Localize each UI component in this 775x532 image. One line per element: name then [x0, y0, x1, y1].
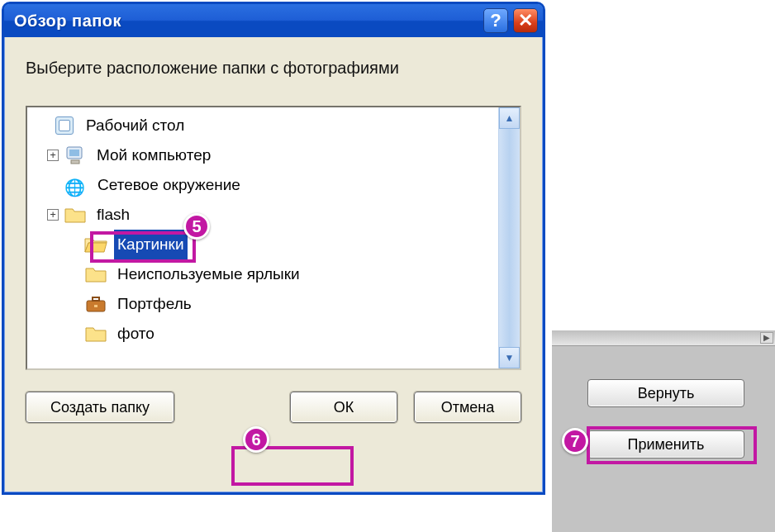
tree-item-network[interactable]: Сетевое окружение	[34, 170, 498, 200]
tree-item-label: Неиспользуемые ярлыки	[114, 259, 303, 289]
titlebar-buttons: ? ✕	[483, 8, 538, 33]
titlebar[interactable]: Обзор папок ? ✕	[4, 4, 543, 37]
dialog-body: Выберите расположение папки с фотография…	[4, 37, 543, 492]
tree-item-briefcase[interactable]: Портфель	[34, 289, 498, 319]
help-button[interactable]: ?	[483, 8, 508, 33]
close-button[interactable]: ✕	[513, 8, 538, 33]
browse-folder-dialog: Обзор папок ? ✕ Выберите расположение па…	[2, 2, 545, 495]
briefcase-icon	[84, 294, 107, 314]
scroll-down-button[interactable]: ▼	[499, 347, 520, 368]
tree-item-label: Рабочий стол	[83, 111, 188, 140]
tree-scrollbar[interactable]: ▲ ▼	[498, 107, 520, 368]
folder-icon	[64, 205, 87, 225]
folder-icon	[84, 264, 107, 284]
annotation-badge-6: 6	[243, 426, 269, 453]
computer-icon	[64, 145, 87, 165]
folder-tree-frame: Рабочий стол + Мой компьютер Сетевое окр…	[26, 106, 521, 370]
svg-rect-2	[71, 160, 79, 164]
help-icon: ?	[490, 10, 501, 31]
tree-item-pictures[interactable]: Картинки	[34, 230, 498, 259]
tree-item-label: Портфель	[114, 289, 195, 319]
dialog-button-row: Создать папку ОК Отмена	[26, 392, 521, 423]
tree-item-label: Картинки	[114, 230, 188, 259]
expander-icon[interactable]: +	[47, 150, 59, 161]
svg-rect-5	[94, 305, 97, 307]
apply-button[interactable]: Применить	[587, 430, 744, 458]
tree-item-label: Сетевое окружение	[94, 170, 244, 200]
scroll-track[interactable]	[499, 129, 520, 347]
tree-item-photo[interactable]: фото	[34, 319, 498, 349]
folder-tree[interactable]: Рабочий стол + Мой компьютер Сетевое окр…	[27, 107, 498, 368]
svg-rect-4	[93, 297, 99, 301]
tree-item-label: flash	[93, 200, 133, 230]
folder-icon	[84, 324, 107, 344]
tree-item-label: Мой компьютер	[93, 140, 214, 170]
network-icon	[64, 175, 88, 195]
side-panel: ▶ Вернуть Применить	[552, 0, 775, 532]
new-folder-button[interactable]: Создать папку	[26, 392, 174, 423]
tree-item-label: фото	[114, 319, 158, 349]
cancel-button[interactable]: Отмена	[414, 392, 521, 423]
revert-button[interactable]: Вернуть	[587, 379, 744, 407]
tree-item-my-computer[interactable]: + Мой компьютер	[34, 140, 498, 170]
scroll-right-button[interactable]: ▶	[760, 332, 773, 344]
tree-item-unused-shortcuts[interactable]: Неиспользуемые ярлыки	[34, 259, 498, 289]
tree-item-flash[interactable]: + flash	[34, 200, 498, 230]
tree-item-desktop[interactable]: Рабочий стол	[34, 111, 498, 140]
desktop-icon	[53, 116, 76, 135]
scroll-up-button[interactable]: ▲	[499, 107, 520, 129]
annotation-badge-7: 7	[562, 428, 588, 454]
horizontal-scrollbar[interactable]: ▶	[552, 330, 775, 345]
ok-button[interactable]: ОК	[290, 392, 397, 423]
instruction-text: Выберите расположение папки с фотография…	[26, 59, 521, 78]
close-icon: ✕	[518, 10, 533, 31]
dialog-title: Обзор папок	[14, 12, 121, 31]
expander-icon[interactable]: +	[47, 209, 59, 221]
annotation-badge-5: 5	[183, 213, 210, 240]
folder-open-icon	[84, 235, 107, 254]
svg-rect-1	[69, 150, 79, 156]
